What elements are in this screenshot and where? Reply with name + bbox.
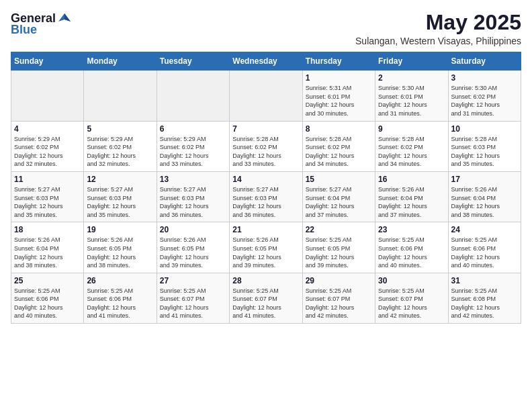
day-info: Sunrise: 5:27 AM Sunset: 6:03 PM Dayligh… — [14, 185, 81, 219]
calendar-day-cell — [11, 71, 84, 121]
calendar-day-cell: 26Sunrise: 5:25 AM Sunset: 6:06 PM Dayli… — [84, 273, 157, 323]
day-number: 9 — [378, 124, 445, 134]
calendar-day-cell: 12Sunrise: 5:27 AM Sunset: 6:03 PM Dayli… — [84, 171, 157, 222]
day-number: 21 — [232, 225, 299, 234]
day-number: 11 — [14, 175, 81, 184]
day-info: Sunrise: 5:28 AM Sunset: 6:02 PM Dayligh… — [306, 135, 372, 169]
calendar-day-cell — [157, 71, 229, 121]
day-info: Sunrise: 5:30 AM Sunset: 6:02 PM Dayligh… — [451, 84, 518, 118]
day-info: Sunrise: 5:26 AM Sunset: 6:04 PM Dayligh… — [14, 236, 81, 269]
day-info: Sunrise: 5:30 AM Sunset: 6:01 PM Dayligh… — [378, 84, 445, 118]
calendar-day-cell: 18Sunrise: 5:26 AM Sunset: 6:04 PM Dayli… — [11, 222, 84, 273]
day-info: Sunrise: 5:25 AM Sunset: 6:07 PM Dayligh… — [378, 287, 445, 320]
location-subtitle: Sulangan, Western Visayas, Philippines — [355, 36, 521, 46]
header: General Blue May 2025 Sulangan, Western … — [11, 11, 521, 46]
calendar-day-cell: 17Sunrise: 5:26 AM Sunset: 6:04 PM Dayli… — [448, 171, 521, 222]
calendar-day-cell: 1Sunrise: 5:31 AM Sunset: 6:01 PM Daylig… — [302, 71, 375, 121]
day-number: 6 — [160, 124, 226, 134]
calendar-day-cell: 16Sunrise: 5:26 AM Sunset: 6:04 PM Dayli… — [375, 171, 448, 222]
day-number: 3 — [451, 73, 518, 83]
calendar-day-cell: 13Sunrise: 5:27 AM Sunset: 6:03 PM Dayli… — [157, 171, 229, 222]
day-info: Sunrise: 5:27 AM Sunset: 6:03 PM Dayligh… — [87, 185, 153, 219]
day-info: Sunrise: 5:29 AM Sunset: 6:02 PM Dayligh… — [160, 135, 226, 169]
day-info: Sunrise: 5:26 AM Sunset: 6:05 PM Dayligh… — [87, 236, 153, 269]
day-number: 27 — [160, 276, 226, 285]
day-info: Sunrise: 5:27 AM Sunset: 6:03 PM Dayligh… — [160, 185, 226, 219]
calendar-header-row: SundayMondayTuesdayWednesdayThursdayFrid… — [11, 52, 521, 71]
calendar-day-cell: 28Sunrise: 5:25 AM Sunset: 6:07 PM Dayli… — [230, 273, 302, 323]
calendar-day-cell: 25Sunrise: 5:25 AM Sunset: 6:06 PM Dayli… — [11, 273, 84, 323]
calendar-day-cell: 21Sunrise: 5:26 AM Sunset: 6:05 PM Dayli… — [230, 222, 302, 273]
day-number: 23 — [378, 225, 445, 234]
calendar-day-cell: 20Sunrise: 5:26 AM Sunset: 6:05 PM Dayli… — [157, 222, 229, 273]
day-number: 15 — [306, 175, 372, 184]
calendar-day-cell: 15Sunrise: 5:27 AM Sunset: 6:04 PM Dayli… — [302, 171, 375, 222]
day-info: Sunrise: 5:26 AM Sunset: 6:05 PM Dayligh… — [232, 236, 299, 269]
calendar-day-cell: 11Sunrise: 5:27 AM Sunset: 6:03 PM Dayli… — [11, 171, 84, 222]
calendar-day-cell: 10Sunrise: 5:28 AM Sunset: 6:03 PM Dayli… — [448, 121, 521, 171]
day-number: 22 — [306, 225, 372, 234]
day-number: 8 — [306, 124, 372, 134]
day-number: 19 — [87, 225, 153, 234]
day-number: 14 — [232, 175, 299, 184]
calendar-day-cell: 27Sunrise: 5:25 AM Sunset: 6:07 PM Dayli… — [157, 273, 229, 323]
calendar-week-row: 25Sunrise: 5:25 AM Sunset: 6:06 PM Dayli… — [11, 273, 521, 323]
calendar-day-cell: 2Sunrise: 5:30 AM Sunset: 6:01 PM Daylig… — [375, 71, 448, 121]
calendar-day-cell: 5Sunrise: 5:29 AM Sunset: 6:02 PM Daylig… — [84, 121, 157, 171]
logo-blue-text: Blue — [11, 23, 37, 37]
calendar-day-cell: 8Sunrise: 5:28 AM Sunset: 6:02 PM Daylig… — [302, 121, 375, 171]
day-info: Sunrise: 5:28 AM Sunset: 6:02 PM Dayligh… — [378, 135, 445, 169]
day-info: Sunrise: 5:26 AM Sunset: 6:04 PM Dayligh… — [451, 185, 518, 219]
calendar-day-cell: 29Sunrise: 5:25 AM Sunset: 6:07 PM Dayli… — [302, 273, 375, 323]
day-info: Sunrise: 5:25 AM Sunset: 6:07 PM Dayligh… — [160, 287, 226, 320]
day-number: 20 — [160, 225, 226, 234]
day-number: 24 — [451, 225, 518, 234]
calendar-week-row: 1Sunrise: 5:31 AM Sunset: 6:01 PM Daylig… — [11, 71, 521, 121]
day-info: Sunrise: 5:25 AM Sunset: 6:06 PM Dayligh… — [451, 236, 518, 269]
day-number: 1 — [306, 73, 372, 83]
day-number: 13 — [160, 175, 226, 184]
day-info: Sunrise: 5:29 AM Sunset: 6:02 PM Dayligh… — [87, 135, 153, 169]
day-number: 10 — [451, 124, 518, 134]
day-number: 29 — [306, 276, 372, 285]
calendar-day-cell: 14Sunrise: 5:27 AM Sunset: 6:03 PM Dayli… — [230, 171, 302, 222]
day-info: Sunrise: 5:27 AM Sunset: 6:04 PM Dayligh… — [306, 185, 372, 219]
day-info: Sunrise: 5:28 AM Sunset: 6:03 PM Dayligh… — [451, 135, 518, 169]
day-info: Sunrise: 5:25 AM Sunset: 6:07 PM Dayligh… — [232, 287, 299, 320]
day-number: 16 — [378, 175, 445, 184]
calendar-table: SundayMondayTuesdayWednesdayThursdayFrid… — [11, 52, 521, 324]
title-area: May 2025 Sulangan, Western Visayas, Phil… — [355, 11, 521, 46]
day-number: 2 — [378, 73, 445, 83]
calendar-day-cell: 9Sunrise: 5:28 AM Sunset: 6:02 PM Daylig… — [375, 121, 448, 171]
day-number: 5 — [87, 124, 153, 134]
day-info: Sunrise: 5:27 AM Sunset: 6:03 PM Dayligh… — [232, 185, 299, 219]
day-info: Sunrise: 5:26 AM Sunset: 6:05 PM Dayligh… — [160, 236, 226, 269]
day-number: 12 — [87, 175, 153, 184]
calendar-day-cell: 7Sunrise: 5:28 AM Sunset: 6:02 PM Daylig… — [230, 121, 302, 171]
logo: General Blue — [11, 11, 72, 37]
calendar-week-row: 18Sunrise: 5:26 AM Sunset: 6:04 PM Dayli… — [11, 222, 521, 273]
day-info: Sunrise: 5:31 AM Sunset: 6:01 PM Dayligh… — [306, 84, 372, 118]
weekday-header: Tuesday — [157, 52, 229, 71]
day-number: 31 — [451, 276, 518, 285]
calendar-day-cell: 22Sunrise: 5:25 AM Sunset: 6:05 PM Dayli… — [302, 222, 375, 273]
day-info: Sunrise: 5:25 AM Sunset: 6:05 PM Dayligh… — [306, 236, 372, 269]
logo-bird-icon — [57, 11, 72, 26]
calendar-day-cell: 31Sunrise: 5:25 AM Sunset: 6:08 PM Dayli… — [448, 273, 521, 323]
svg-marker-1 — [64, 13, 71, 21]
weekday-header: Saturday — [448, 52, 521, 71]
weekday-header: Friday — [375, 52, 448, 71]
weekday-header: Thursday — [302, 52, 375, 71]
day-info: Sunrise: 5:26 AM Sunset: 6:04 PM Dayligh… — [378, 185, 445, 219]
calendar-day-cell: 30Sunrise: 5:25 AM Sunset: 6:07 PM Dayli… — [375, 273, 448, 323]
day-number: 25 — [14, 276, 81, 285]
day-info: Sunrise: 5:29 AM Sunset: 6:02 PM Dayligh… — [14, 135, 81, 169]
weekday-header: Monday — [84, 52, 157, 71]
day-info: Sunrise: 5:25 AM Sunset: 6:08 PM Dayligh… — [451, 287, 518, 320]
calendar-day-cell — [84, 71, 157, 121]
day-number: 28 — [232, 276, 299, 285]
day-info: Sunrise: 5:25 AM Sunset: 6:06 PM Dayligh… — [14, 287, 81, 320]
day-number: 7 — [232, 124, 299, 134]
month-title: May 2025 — [355, 11, 521, 34]
calendar-day-cell: 6Sunrise: 5:29 AM Sunset: 6:02 PM Daylig… — [157, 121, 229, 171]
